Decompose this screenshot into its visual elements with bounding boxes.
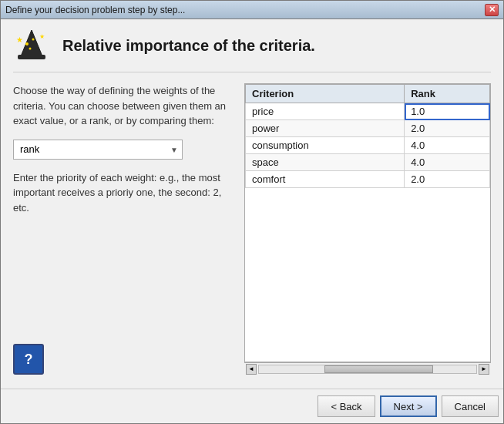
- col-criterion-header: Criterion: [246, 85, 405, 103]
- rank-cell[interactable]: 4.0: [405, 137, 490, 154]
- criteria-table: Criterion Rank price1.0power2.0consumpti…: [245, 84, 490, 188]
- rank-cell[interactable]: 2.0: [405, 120, 490, 137]
- wizard-icon: ★ ★: [13, 27, 50, 64]
- svg-point-2: [25, 42, 29, 45]
- svg-point-3: [32, 39, 35, 41]
- rank-cell[interactable]: 4.0: [405, 154, 490, 171]
- main-section: Choose the way of defining the weights o…: [13, 83, 491, 375]
- criterion-cell: price: [246, 103, 405, 120]
- scroll-left-button[interactable]: ◄: [246, 364, 257, 375]
- next-button[interactable]: Next >: [380, 395, 437, 417]
- rank-cell[interactable]: 2.0: [405, 171, 490, 188]
- criterion-cell: comfort: [246, 171, 405, 188]
- table-row[interactable]: price1.0: [246, 103, 490, 120]
- close-button[interactable]: ✕: [485, 4, 499, 16]
- description-text: Choose the way of defining the weights o…: [13, 83, 229, 129]
- table-row[interactable]: consumption4.0: [246, 137, 490, 154]
- criterion-cell: space: [246, 154, 405, 171]
- table-row[interactable]: comfort2.0: [246, 171, 490, 188]
- svg-text:★: ★: [39, 33, 45, 40]
- criterion-cell: power: [246, 120, 405, 137]
- header-section: ★ ★ Relative importance of the criteria.: [13, 27, 491, 72]
- cancel-button[interactable]: Cancel: [442, 395, 499, 417]
- svg-text:★: ★: [16, 35, 23, 44]
- back-button[interactable]: < Back: [318, 395, 375, 417]
- footer-section: < Back Next > Cancel: [1, 389, 503, 423]
- table-row[interactable]: power2.0: [246, 120, 490, 137]
- left-panel: Choose the way of defining the weights o…: [13, 83, 229, 375]
- horizontal-scrollbar[interactable]: ◄ ►: [244, 362, 491, 375]
- criterion-cell: consumption: [246, 137, 405, 154]
- content-area: ★ ★ Relative importance of the criteria.…: [1, 19, 503, 382]
- rank-cell[interactable]: 1.0: [405, 103, 490, 120]
- weight-method-dropdown[interactable]: rank exact value compare: [13, 140, 183, 160]
- scroll-track[interactable]: [258, 365, 477, 374]
- col-rank-header: Rank: [405, 85, 490, 103]
- svg-rect-1: [18, 55, 45, 59]
- svg-point-4: [29, 48, 32, 50]
- criteria-table-container: Criterion Rank price1.0power2.0consumpti…: [244, 83, 491, 362]
- table-row[interactable]: space4.0: [246, 154, 490, 171]
- dropdown-container: rank exact value compare: [13, 140, 183, 160]
- help-icon-container: ?: [13, 336, 229, 375]
- help-button[interactable]: ?: [13, 344, 44, 375]
- page-title: Relative importance of the criteria.: [62, 37, 315, 55]
- scroll-right-button[interactable]: ►: [479, 364, 489, 375]
- title-bar: Define your decision problem step by ste…: [1, 1, 503, 19]
- title-bar-text: Define your decision problem step by ste…: [5, 5, 185, 15]
- right-panel: Criterion Rank price1.0power2.0consumpti…: [244, 83, 491, 375]
- priority-instructions: Enter the priority of each weight: e.g.,…: [13, 170, 229, 216]
- scroll-thumb[interactable]: [324, 365, 433, 373]
- main-window: Define your decision problem step by ste…: [0, 0, 504, 424]
